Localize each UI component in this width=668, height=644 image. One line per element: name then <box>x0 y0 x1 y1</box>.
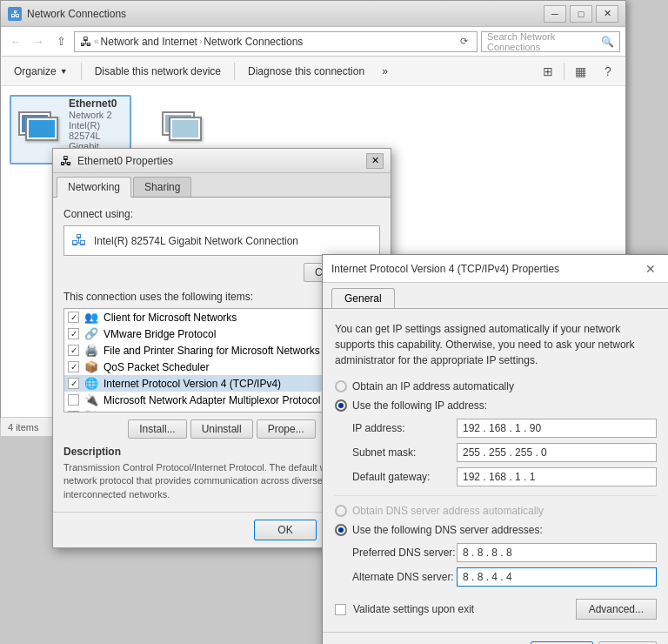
more-button[interactable]: » <box>374 59 396 84</box>
gateway-label: Default gateway: <box>352 471 457 483</box>
auto-dns-row[interactable]: Obtain DNS server address automatically <box>335 505 657 517</box>
toolbar-sep1 <box>81 63 82 80</box>
checkbox-6[interactable] <box>68 411 79 413</box>
ipv4-titlebar: Internet Protocol Version 4 (TCP/IPv4) P… <box>323 255 668 283</box>
gateway-row: Default gateway: <box>352 467 657 486</box>
checkbox-1[interactable] <box>68 328 79 339</box>
ipv4-tab-general[interactable]: General <box>331 288 395 308</box>
back-button[interactable]: ← <box>6 32 25 51</box>
uninstall-button[interactable]: Uninstall <box>190 419 253 439</box>
adapter-box: 🖧 Intel(R) 82574L Gigabit Network Connec… <box>63 225 380 256</box>
breadcrumb: 🖧 « Network and Internet › Network Conne… <box>80 35 452 49</box>
checkbox-5[interactable] <box>68 394 79 406</box>
eth-dialog-titlebar: 🖧 Ethernet0 Properties ✕ <box>53 149 391 173</box>
ethernet0-sub1: Network 2 <box>69 110 123 120</box>
manual-dns-radio[interactable] <box>335 524 347 536</box>
eth-dialog-close[interactable]: ✕ <box>366 153 384 169</box>
up-button[interactable]: ⇧ <box>51 32 70 51</box>
organize-dropdown-icon: ▼ <box>60 67 68 76</box>
alternate-dns-input[interactable] <box>457 567 657 587</box>
auto-dns-radio[interactable] <box>335 505 347 517</box>
nc-window-title: Network Connections <box>27 8 126 20</box>
item-icon-5: 🔌 <box>84 393 98 406</box>
auto-ip-radio[interactable] <box>335 380 347 392</box>
nc-toolbar: Organize ▼ Disable this network device D… <box>1 57 625 86</box>
item-label-5: Microsoft Network Adapter Multiplexor Pr… <box>104 394 320 406</box>
eth-dialog-title: Ethernet0 Properties <box>77 155 173 167</box>
tab-networking[interactable]: Networking <box>57 177 131 198</box>
ethernet0-icon <box>18 111 62 148</box>
subnet-row: Subnet mask: <box>352 443 657 462</box>
diagnose-label: Diagnose this connection <box>248 65 364 77</box>
dns-fields-section: Preferred DNS server: Alternate DNS serv… <box>352 543 657 587</box>
gateway-input[interactable] <box>457 467 657 486</box>
tab-sharing[interactable]: Sharing <box>133 177 191 197</box>
checkbox-2[interactable] <box>68 345 79 356</box>
help-button[interactable]: ? <box>596 60 620 83</box>
item-icon-6: 📡 <box>84 410 98 413</box>
panel-button[interactable]: ▦ <box>568 60 592 83</box>
auto-ip-row[interactable]: Obtain an IP address automatically <box>335 380 657 392</box>
disable-label: Disable this network device <box>95 65 221 77</box>
item-label-0: Client for Microsoft Networks <box>104 312 237 324</box>
manual-ip-row[interactable]: Use the following IP address: <box>335 399 657 412</box>
ip-address-row: IP address: <box>352 419 657 438</box>
views-button[interactable]: ⊞ <box>536 60 560 83</box>
search-box[interactable]: Search Network Connections 🔍 <box>481 31 620 52</box>
connect-using-label: Connect using: <box>63 208 380 220</box>
ethernet0-name: Ethernet0 <box>69 97 123 110</box>
more-icon: » <box>382 65 388 77</box>
breadcrumb-part1: Network and Internet <box>101 36 197 48</box>
install-button[interactable]: Install... <box>128 419 186 439</box>
alternate-dns-row: Alternate DNS server: <box>352 567 657 587</box>
toolbar-right: ⊞ ▦ ? <box>536 60 620 83</box>
ipv4-dialog-title: Internet Protocol Version 4 (TCP/IPv4) P… <box>331 263 559 275</box>
advanced-button[interactable]: Advanced... <box>576 599 657 620</box>
forward-button[interactable]: → <box>29 32 48 51</box>
properties-button[interactable]: Prope... <box>257 419 316 439</box>
checkbox-0[interactable] <box>68 312 79 323</box>
manual-dns-label: Use the following DNS server addresses: <box>352 524 543 536</box>
manual-dns-row[interactable]: Use the following DNS server addresses: <box>335 524 657 536</box>
subnet-input[interactable] <box>457 443 657 462</box>
auto-dns-label: Obtain DNS server address automatically <box>352 505 544 517</box>
refresh-button[interactable]: ⟳ <box>456 34 471 50</box>
ip-address-label: IP address: <box>352 422 457 434</box>
eth-title-left: 🖧 Ethernet0 Properties <box>60 154 173 168</box>
breadcrumb-sep1: › <box>199 37 202 46</box>
section-divider <box>335 495 657 496</box>
eth-dialog-tabs: Networking Sharing <box>53 173 391 198</box>
item-icon-2: 🖨️ <box>84 344 98 357</box>
manual-ip-label: Use the following IP address: <box>352 399 487 412</box>
alternate-dns-label: Alternate DNS server: <box>352 571 457 583</box>
nc-window-icon: 🖧 <box>8 7 22 21</box>
validate-checkbox[interactable] <box>335 604 346 615</box>
eth-ok-button[interactable]: OK <box>254 520 316 540</box>
network2-icon <box>162 111 205 148</box>
disable-device-button[interactable]: Disable this network device <box>87 59 229 84</box>
ipv4-content: You can get IP settings assigned automat… <box>323 309 668 632</box>
checkbox-4[interactable] <box>68 378 79 389</box>
ipv4-close-button[interactable]: ✕ <box>641 260 660 278</box>
address-field[interactable]: 🖧 « Network and Internet › Network Conne… <box>74 31 478 52</box>
checkbox-3[interactable] <box>68 361 79 372</box>
ip-address-input[interactable] <box>457 419 657 438</box>
item-label-6: Microsoft LLDP Protocol Driver <box>104 411 247 413</box>
validate-row: Validate settings upon exit Advanced... <box>335 599 657 620</box>
auto-ip-label: Obtain an IP address automatically <box>352 380 514 392</box>
item-label-3: QoS Packet Scheduler <box>104 361 209 373</box>
close-button[interactable]: ✕ <box>596 5 618 23</box>
breadcrumb-part2: Network Connections <box>204 36 303 48</box>
search-placeholder: Search Network Connections <box>487 31 598 52</box>
ipv4-ok-row: OK Cancel <box>323 632 668 644</box>
item-label-4: Internet Protocol Version 4 (TCP/IPv4) <box>104 378 281 390</box>
preferred-dns-input[interactable] <box>457 543 657 562</box>
minimize-button[interactable]: ─ <box>544 5 566 23</box>
manual-ip-radio[interactable] <box>335 399 347 412</box>
ipv4-info-text: You can get IP settings assigned automat… <box>335 321 657 368</box>
items-count: 4 items <box>8 422 38 433</box>
item-label-2: File and Printer Sharing for Microsoft N… <box>104 345 320 357</box>
maximize-button[interactable]: □ <box>570 5 592 23</box>
organize-button[interactable]: Organize ▼ <box>6 59 76 84</box>
diagnose-button[interactable]: Diagnose this connection <box>240 59 372 84</box>
